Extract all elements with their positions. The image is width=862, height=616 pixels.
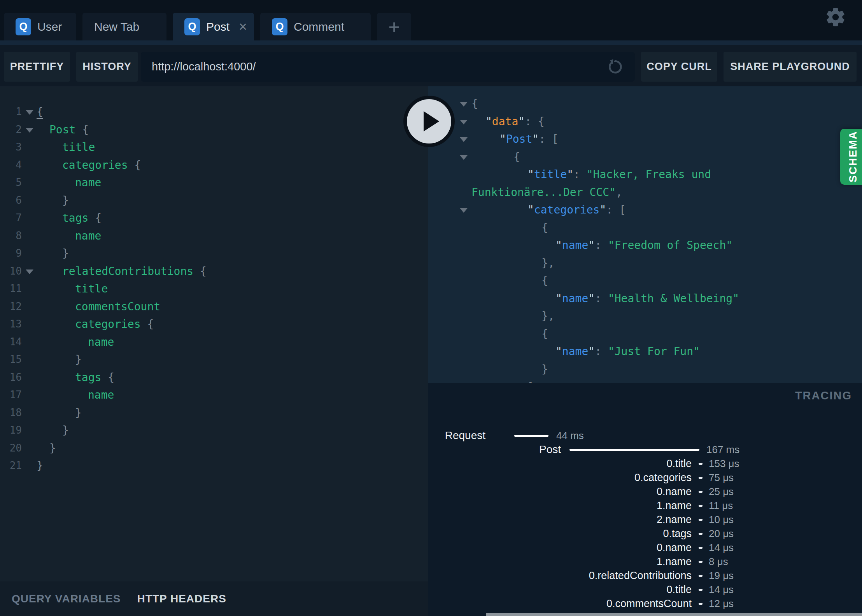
code-token: { (128, 159, 141, 172)
response-line: "title": "Hacker, Freaks und (428, 166, 862, 184)
chevron-down-icon[interactable] (460, 155, 468, 160)
copy-curl-button[interactable]: COPY CURL (641, 52, 717, 82)
code-token: tags (62, 212, 88, 224)
tracing-row-value: 14 μs (709, 584, 734, 596)
code-token: { (541, 327, 548, 340)
tab-comment[interactable]: QComment (260, 13, 371, 40)
query-editor[interactable]: 1{2Post {3title4categories {5name6}7tags… (0, 86, 428, 581)
editor-code: name (88, 386, 114, 404)
code-token: } (62, 194, 69, 207)
code-token: } (49, 442, 56, 455)
line-number: 18 (0, 404, 22, 422)
response-lines: {"data": {"Post": [{"title": "Hacker, Fr… (428, 95, 862, 383)
chevron-down-icon[interactable] (26, 128, 33, 133)
editor-line: 13categories { (0, 315, 428, 333)
schema-tab-button[interactable]: SCHEMA (840, 129, 862, 185)
line-number: 14 (0, 333, 22, 351)
endpoint-url-text: http://localhost:4000/ (152, 60, 256, 73)
editor-line: 1{ (0, 103, 428, 121)
code-token: categories (75, 318, 141, 331)
prettify-button[interactable]: PRETTIFY (4, 52, 70, 82)
new-tab-button[interactable]: + (377, 13, 411, 40)
response-code: "categories": [ (527, 201, 626, 219)
tracing-span-request: Request44 ms (428, 429, 862, 443)
tracing-row-value: 25 μs (709, 486, 734, 498)
code-token: " (588, 239, 595, 252)
endpoint-input[interactable]: http://localhost:4000/ (141, 52, 635, 82)
chevron-down-icon[interactable] (460, 102, 468, 107)
line-number: 12 (0, 298, 22, 316)
tracing-row: 2.name10 μs (428, 513, 862, 527)
editor-code: } (75, 404, 82, 422)
execute-button[interactable] (403, 96, 455, 147)
code-token: : (595, 345, 608, 358)
line-number: 19 (0, 422, 22, 439)
refresh-icon[interactable] (606, 58, 624, 76)
share-playground-button[interactable]: SHARE PLAYGROUND (724, 52, 857, 82)
code-token: " (499, 133, 506, 145)
line-number: 1 (0, 103, 22, 121)
chevron-down-icon[interactable] (460, 120, 468, 124)
code-token: { (101, 371, 114, 384)
close-icon[interactable]: × (239, 20, 247, 34)
line-number: 7 (0, 209, 22, 227)
settings-button[interactable] (825, 6, 846, 28)
tracing-row-dash (699, 533, 703, 535)
http-headers-tab[interactable]: HTTP HEADERS (137, 593, 226, 605)
code-token: data (492, 115, 518, 128)
code-token: title (75, 282, 108, 295)
response-line: "categories": [ (428, 201, 862, 219)
code-token: { (541, 274, 548, 287)
tracing-row-dash (699, 575, 703, 577)
code-token: name (88, 336, 114, 348)
chevron-down-icon[interactable] (460, 208, 468, 213)
code-token: Post (506, 133, 532, 145)
code-token: " (555, 292, 562, 305)
code-token: tags (75, 371, 101, 384)
code-token: name (562, 292, 588, 305)
response-code: "name": "Just For Fun" (555, 343, 700, 360)
editor-code: categories { (75, 315, 154, 333)
editor-code: categories { (62, 156, 141, 174)
editor-line: 19} (0, 422, 428, 439)
editor-code: } (62, 192, 69, 210)
line-number: 4 (0, 156, 22, 174)
chevron-down-icon[interactable] (26, 110, 33, 115)
tab-new-tab[interactable]: New Tab (82, 13, 166, 40)
tracing-row-label: 0.relatedContributions (428, 570, 692, 582)
tracing-span-value: 167 ms (706, 444, 739, 456)
code-token: : [ (539, 133, 559, 145)
tracing-row: 0.relatedContributions19 μs (428, 569, 862, 583)
tracing-span-label: Request (428, 429, 485, 442)
editor-line: 8name (0, 227, 428, 245)
line-number: 11 (0, 280, 22, 298)
response-line: { (428, 219, 862, 237)
tracing-row: 0.commentsCount12 μs (428, 597, 862, 611)
tracing-span-post: Post167 ms (428, 443, 862, 457)
editor-code: tags { (62, 209, 102, 227)
code-token: }, (541, 257, 555, 270)
response-line: "data": { (428, 113, 862, 131)
tracing-row-dash (699, 589, 703, 591)
tab-user[interactable]: QUser (4, 13, 76, 40)
chevron-down-icon[interactable] (26, 270, 33, 274)
tracing-scrollbar[interactable] (486, 613, 862, 616)
line-number: 5 (0, 174, 22, 192)
tab-strip: QUserNew TabQPost×QComment+ (4, 13, 411, 40)
code-token: ] (527, 380, 534, 383)
tracing-row-value: 14 μs (709, 542, 734, 554)
code-token: " (518, 115, 525, 128)
code-token: { (541, 221, 548, 234)
editor-code: } (62, 422, 69, 439)
query-badge: Q (184, 18, 200, 35)
chevron-down-icon[interactable] (460, 137, 468, 142)
code-token: "Health & Wellbeing" (608, 292, 739, 305)
tracing-panel: TRACING Request44 msPost167 ms 0.title15… (428, 383, 862, 616)
history-button[interactable]: HISTORY (76, 52, 138, 82)
tab-post[interactable]: QPost× (173, 13, 254, 40)
query-variables-tab[interactable]: QUERY VARIABLES (12, 593, 121, 605)
line-number: 20 (0, 439, 22, 457)
code-token: name (88, 388, 114, 401)
query-editor-lines: 1{2Post {3title4categories {5name6}7tags… (0, 103, 428, 475)
response-code: ] (527, 378, 534, 383)
